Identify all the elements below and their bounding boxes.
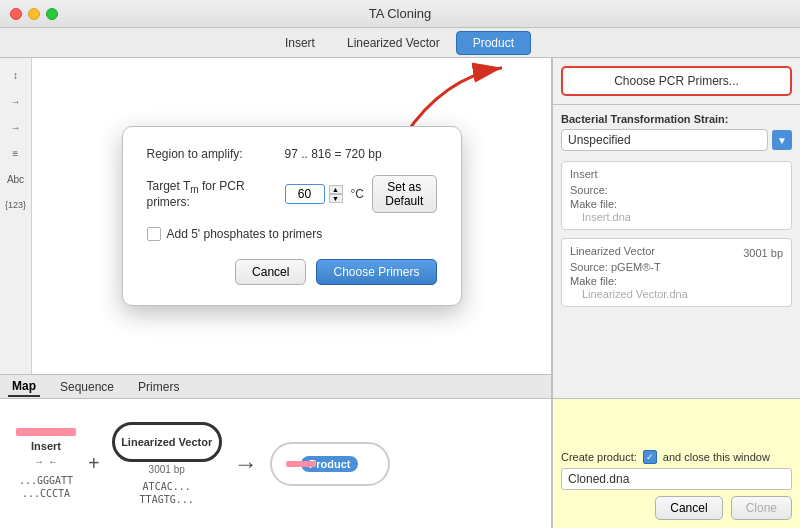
linvec-source-label: Source: pGEM®-T <box>570 261 783 273</box>
arrow-right-icon: ← <box>48 456 58 467</box>
bottom-tab-sequence[interactable]: Sequence <box>56 378 118 396</box>
map-area: Region to amplify: 97 .. 816 = 720 bp Ta… <box>32 58 551 374</box>
title-bar: TA Cloning <box>0 0 800 28</box>
tool-lines[interactable]: ≡ <box>4 142 28 164</box>
tool-number[interactable]: {123} <box>4 194 28 216</box>
region-value: 97 .. 816 = 720 bp <box>285 147 382 161</box>
set-default-button[interactable]: Set as Default <box>372 175 437 213</box>
bottom-tab-primers[interactable]: Primers <box>134 378 183 396</box>
right-top: Choose PCR Primers... <box>553 58 800 105</box>
choose-pcr-button[interactable]: Choose PCR Primers... <box>561 66 792 96</box>
seq-right1: ATCAC... <box>143 481 191 492</box>
region-label: Region to amplify: <box>147 147 277 161</box>
create-product-checkbox[interactable]: ✓ <box>643 450 657 464</box>
insert-bar <box>16 428 76 436</box>
cloned-filename-input[interactable] <box>561 468 792 490</box>
close-button[interactable] <box>10 8 22 20</box>
temp-down[interactable]: ▼ <box>329 194 343 203</box>
dialog-cancel-button[interactable]: Cancel <box>235 259 306 285</box>
insert-sequences: ...GGGATT ...CCCTA <box>19 475 73 499</box>
right-bottom-controls: Create product: ✓ and close this window … <box>553 442 800 528</box>
tab-insert[interactable]: Insert <box>269 32 331 54</box>
temp-unit: °C <box>351 187 364 201</box>
close-window-label: and close this window <box>663 451 770 463</box>
tab-product[interactable]: Product <box>456 31 531 55</box>
right-panel: Choose PCR Primers... Bacterial Transfor… <box>552 58 800 528</box>
right-bottom: Create product: ✓ and close this window … <box>553 398 800 528</box>
left-panel: ↕ → → ≡ Abc {123} Region to amplify: 97 … <box>0 58 552 528</box>
viz-insert: Insert → ← ...GGGATT ...CCCTA <box>16 428 76 499</box>
strain-select-arrow[interactable]: ▼ <box>772 130 792 150</box>
traffic-lights <box>10 8 58 20</box>
bottom-tabs: Map Sequence Primers <box>0 374 551 398</box>
linvec-make-file: Make file: <box>570 275 783 287</box>
bottom-tab-map[interactable]: Map <box>8 377 40 397</box>
phosphates-checkbox[interactable] <box>147 227 161 241</box>
dialog-overlay: Region to amplify: 97 .. 816 = 720 bp Ta… <box>32 58 551 374</box>
linvec-info-box: Linearized Vector 3001 bp Source: pGEM®-… <box>561 238 792 307</box>
insert-arrows: → ← <box>34 456 58 467</box>
checkbox-row: Add 5' phosphates to primers <box>147 227 437 241</box>
tab-bar: Insert Linearized Vector Product <box>0 28 800 58</box>
lin-vector-label: Linearized Vector <box>121 436 212 448</box>
linvec-title-row: Linearized Vector 3001 bp <box>570 245 783 261</box>
maximize-button[interactable] <box>46 8 58 20</box>
temp-up[interactable]: ▲ <box>329 185 343 194</box>
lin-vector-bp: 3001 bp <box>149 464 185 475</box>
left-toolbar: ↕ → → ≡ Abc {123} <box>0 58 32 374</box>
action-buttons: Cancel Clone <box>561 496 792 520</box>
tool-text[interactable]: Abc <box>4 168 28 190</box>
tm-label: Target Tm for PCR primers: <box>147 179 277 209</box>
insert-make-file: Make file: <box>570 198 783 210</box>
dialog-region-row: Region to amplify: 97 .. 816 = 720 bp <box>147 147 437 161</box>
viz-arrow-right: → <box>234 450 258 478</box>
linvec-section-title: Linearized Vector <box>570 245 655 257</box>
insert-label: Insert <box>31 440 61 452</box>
temp-stepper: ▲ ▼ <box>329 185 343 203</box>
right-info: Bacterial Transformation Strain: Unspeci… <box>553 105 800 398</box>
create-product-label: Create product: <box>561 451 637 463</box>
arrow-left-icon: → <box>34 456 44 467</box>
create-product-row: Create product: ✓ and close this window <box>561 450 792 464</box>
bottom-cancel-button[interactable]: Cancel <box>655 496 722 520</box>
lin-vector-sequences: ATCAC... TTAGTG... <box>140 481 194 505</box>
minimize-button[interactable] <box>28 8 40 20</box>
viz-lin-vector: Linearized Vector 3001 bp ATCAC... TTAGT… <box>112 422 222 505</box>
insert-source-label: Source: <box>570 184 783 196</box>
temp-input[interactable] <box>285 184 325 204</box>
insert-filename: Insert.dna <box>570 211 783 223</box>
product-bar <box>286 461 316 467</box>
tool-insert[interactable]: → <box>4 116 28 138</box>
strain-select[interactable]: Unspecified <box>561 129 768 151</box>
linvec-source-value: pGEM®-T <box>611 261 661 273</box>
strain-select-row: Unspecified ▼ <box>561 129 792 151</box>
tool-forward[interactable]: → <box>4 90 28 112</box>
lin-vector-shape: Linearized Vector <box>112 422 222 462</box>
map-section: ↕ → → ≡ Abc {123} Region to amplify: 97 … <box>0 58 551 374</box>
dialog-tm-row: Target Tm for PCR primers: ▲ ▼ °C Set as… <box>147 175 437 213</box>
main-content: ↕ → → ≡ Abc {123} Region to amplify: 97 … <box>0 58 800 528</box>
seq-left1: ...GGGATT <box>19 475 73 486</box>
dialog-box: Region to amplify: 97 .. 816 = 720 bp Ta… <box>122 126 462 306</box>
clone-button[interactable]: Clone <box>731 496 792 520</box>
choose-primers-button[interactable]: Choose Primers <box>316 259 436 285</box>
tab-linearized-vector[interactable]: Linearized Vector <box>331 32 456 54</box>
tool-arrow[interactable]: ↕ <box>4 64 28 86</box>
dialog-footer: Cancel Choose Primers <box>147 259 437 285</box>
seq-left2: ...CCCTA <box>22 488 70 499</box>
linvec-bp: 3001 bp <box>743 247 783 259</box>
strain-label: Bacterial Transformation Strain: <box>561 113 792 125</box>
plus-icon: + <box>88 452 100 475</box>
insert-info-box: Insert Source: Make file: Insert.dna <box>561 161 792 230</box>
insert-section-title: Insert <box>570 168 783 180</box>
linvec-filename: Linearized Vector.dna <box>570 288 783 300</box>
phosphates-label: Add 5' phosphates to primers <box>167 227 323 241</box>
seq-right2: TTAGTG... <box>140 494 194 505</box>
viz-product: Product <box>270 442 390 486</box>
bottom-viz: Insert → ← ...GGGATT ...CCCTA + Lineariz… <box>0 398 551 528</box>
window-title: TA Cloning <box>369 6 432 21</box>
